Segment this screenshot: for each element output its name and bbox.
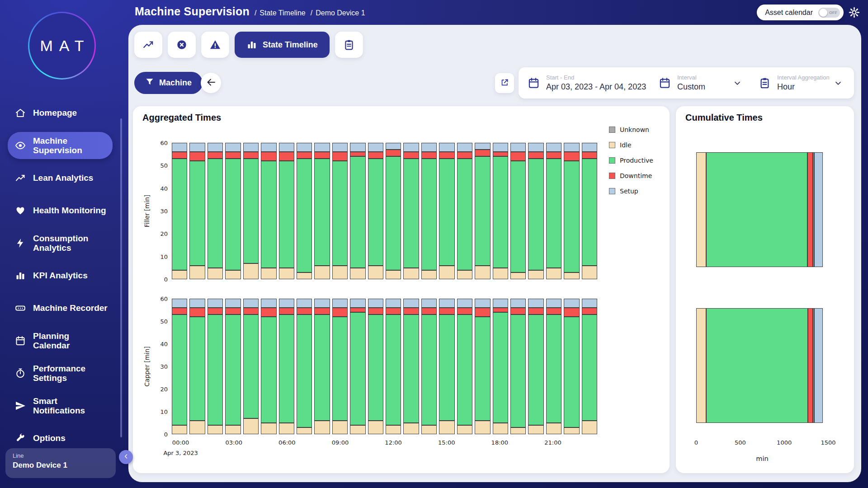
segment-downtime xyxy=(261,308,276,317)
segment-productive xyxy=(243,314,259,418)
segment-idle xyxy=(386,425,401,434)
segment-productive xyxy=(386,156,401,270)
interval-aggregation-select[interactable]: Interval Aggregation Hour xyxy=(759,67,830,99)
segment-productive xyxy=(314,159,330,266)
sidebar-item-health-monitoring[interactable]: Health Monitoring xyxy=(0,194,128,227)
clipboard-icon xyxy=(759,77,771,89)
y-axis-tick: 40 xyxy=(160,341,168,347)
stacked-bar-16:00 xyxy=(457,143,472,279)
segment-setup xyxy=(528,299,543,308)
app-logo-text: MAT xyxy=(40,37,90,55)
segment-productive xyxy=(172,159,187,270)
stacked-bar-09:00 xyxy=(332,143,348,279)
stacked-bar-19:00 xyxy=(510,299,526,434)
segment-productive xyxy=(189,317,205,421)
sidebar-item-smart-notifications[interactable]: Smart Notifications xyxy=(0,389,128,422)
stacked-bar-04:00 xyxy=(243,299,259,434)
segment-idle xyxy=(189,421,205,434)
segment-setup xyxy=(403,299,419,308)
x-axis-tick: 09:00 xyxy=(332,439,349,446)
sidebar-item-kpi-analytics[interactable]: KPI Analytics xyxy=(0,259,128,292)
device-selector-card[interactable]: Line Demo Device 1 xyxy=(5,448,116,478)
tab-state-timeline[interactable]: State Timeline xyxy=(235,32,330,58)
sidebar-item-machine-supervision[interactable]: Machine Supervision xyxy=(8,132,113,159)
filler-y-axis: 0102030405060 xyxy=(150,143,168,279)
stacked-bar-04:00 xyxy=(243,143,259,279)
sidebar-collapse-button[interactable] xyxy=(119,450,133,464)
segment-downtime xyxy=(439,308,454,314)
segment-idle xyxy=(208,425,223,434)
sidebar-item-lean-analytics[interactable]: Lean Analytics xyxy=(0,162,128,194)
sidebar-item-consumption-analytics[interactable]: Consumption Analytics xyxy=(0,227,128,259)
tab-alarms[interactable] xyxy=(201,32,229,58)
date-range-picker[interactable]: Start - End Apr 03, 2023 - Apr 04, 2023 xyxy=(528,67,646,99)
machine-filter-button[interactable]: Machine xyxy=(134,72,203,94)
sidebar-item-label: Homepage xyxy=(33,108,77,117)
settings-button[interactable] xyxy=(845,6,860,20)
sidebar-item-planning-calendar[interactable]: Planning Calendar xyxy=(0,324,128,357)
x-axis-tick: 18:00 xyxy=(491,439,508,446)
segment-productive xyxy=(582,159,597,266)
segment-setup xyxy=(457,299,472,308)
segment-productive xyxy=(297,159,312,272)
y-axis-tick: 0 xyxy=(164,431,168,438)
sidebar-item-machine-recorder[interactable]: Machine Recorder xyxy=(0,292,128,324)
segment-idle xyxy=(439,266,454,279)
segment-downtime xyxy=(475,150,490,156)
tab-trend[interactable] xyxy=(134,32,162,58)
stacked-bar-10:00 xyxy=(350,143,365,279)
breadcrumb-item-state-timeline[interactable]: State Timeline xyxy=(259,9,305,17)
segment-setup xyxy=(814,308,823,423)
segment-productive xyxy=(510,314,526,427)
segment-setup xyxy=(350,299,365,308)
segment-idle xyxy=(386,270,401,279)
chevron-down-icon[interactable] xyxy=(732,78,742,88)
stacked-bar-11:00 xyxy=(368,143,383,279)
segment-downtime xyxy=(172,308,187,314)
segment-idle xyxy=(350,425,365,434)
segment-productive xyxy=(510,161,526,272)
back-button[interactable] xyxy=(201,73,221,93)
app-logo[interactable]: MAT xyxy=(28,12,96,80)
asset-calendar-switch[interactable]: OFF xyxy=(818,8,840,18)
capper-y-axis: 0102030405060 xyxy=(150,299,168,434)
segment-idle xyxy=(528,270,543,279)
interval-text: Interval Custom xyxy=(677,74,705,92)
chevron-down-icon[interactable] xyxy=(833,78,843,88)
tab-stop-reasons[interactable] xyxy=(168,32,196,58)
segment-idle xyxy=(172,425,187,434)
segment-downtime xyxy=(172,152,187,159)
device-name: Demo Device 1 xyxy=(13,461,108,470)
bolt-icon xyxy=(15,238,26,249)
sidebar-item-homepage[interactable]: Homepage xyxy=(0,97,128,129)
aggregation-label: Interval Aggregation xyxy=(777,74,830,81)
stacked-bar-11:00 xyxy=(368,299,383,434)
segment-productive xyxy=(225,159,241,270)
sidebar-item-performance-settings[interactable]: Performance Settings xyxy=(0,357,128,389)
cumulative-bar-capper-wrap xyxy=(696,308,828,423)
segment-downtime xyxy=(243,308,259,314)
interval-select[interactable]: Interval Custom xyxy=(659,67,705,99)
segment-setup xyxy=(582,299,597,308)
sidebar-item-label: KPI Analytics xyxy=(33,271,88,280)
segment-productive xyxy=(475,317,490,421)
segment-productive xyxy=(421,159,437,270)
shared-x-axis: 00:0003:0006:0009:0012:0015:0018:0021:00… xyxy=(172,439,597,463)
segment-productive xyxy=(279,161,294,268)
segment-productive xyxy=(582,314,597,421)
stacked-bar-23:00 xyxy=(582,143,597,279)
breadcrumb-item-demo-device-1[interactable]: Demo Device 1 xyxy=(316,9,365,17)
segment-downtime xyxy=(582,152,597,159)
tab-reports[interactable] xyxy=(335,32,363,58)
sidebar-scrollbar[interactable] xyxy=(120,118,122,437)
segment-idle xyxy=(314,266,330,279)
segment-downtime xyxy=(279,308,294,314)
open-external-button[interactable] xyxy=(495,73,514,93)
chevron-left-icon xyxy=(123,453,130,461)
segment-setup xyxy=(314,143,330,152)
segment-idle xyxy=(475,421,490,434)
segment-idle xyxy=(225,270,241,279)
segment-productive xyxy=(528,314,543,425)
stacked-bar-20:00 xyxy=(528,299,543,434)
aggregated-times-title: Aggregated Times xyxy=(142,113,221,123)
